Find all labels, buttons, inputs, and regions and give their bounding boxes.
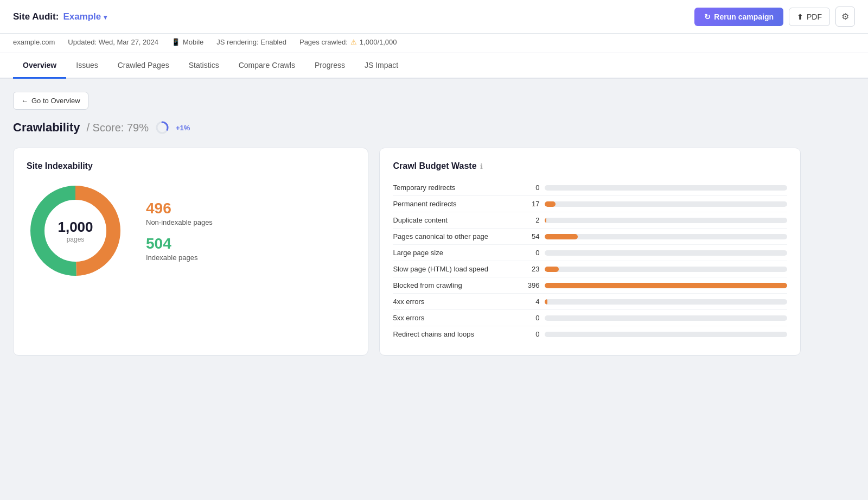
bar-track [545, 201, 787, 207]
bar-fill [545, 283, 787, 288]
site-audit-label: Site Audit: [13, 11, 59, 22]
js-rendering-label: JS rendering: Enabled [216, 38, 286, 46]
page-title: Crawlability [13, 121, 80, 135]
crawl-budget-title: Crawl Budget Waste [393, 161, 476, 171]
crawl-row-count: 0 [518, 330, 539, 338]
score-spinner [155, 121, 169, 135]
cards-row: Site Indexability 1,000 pages [13, 148, 801, 356]
crawl-row-label: Pages canonical to other page [393, 232, 512, 240]
settings-button[interactable]: ⚙ [835, 7, 855, 27]
top-bar: Site Audit: Example ▾ ↻ Rerun campaign ⬆… [0, 0, 868, 34]
pages-crawled: Pages crawled: ⚠ 1,000/1,000 [299, 38, 397, 46]
crawl-budget-rows: Temporary redirects 0 Permanent redirect… [393, 180, 787, 342]
bar-fill [545, 267, 559, 272]
tab-crawled-pages[interactable]: Crawled Pages [108, 53, 179, 79]
gear-icon: ⚙ [841, 12, 849, 21]
tab-overview[interactable]: Overview [13, 53, 66, 79]
crawl-budget-row[interactable]: Blocked from crawling 396 [393, 277, 787, 294]
crawl-budget-row[interactable]: Permanent redirects 17 [393, 196, 787, 212]
crawl-row-count: 17 [518, 200, 539, 208]
rerun-campaign-button[interactable]: ↻ Rerun campaign [694, 8, 783, 26]
bar-fill [545, 234, 578, 239]
site-indexability-card: Site Indexability 1,000 pages [13, 148, 368, 356]
page-title-section: Crawlability / Score: 79% +1% [13, 121, 801, 135]
updated-label: Updated: Wed, Mar 27, 2024 [68, 38, 158, 46]
bar-track [545, 332, 787, 337]
bar-track [545, 234, 787, 239]
crawl-budget-row[interactable]: Large page size 0 [393, 245, 787, 261]
score-change: +1% [176, 124, 190, 132]
crawl-row-count: 0 [518, 183, 539, 192]
site-name-dropdown[interactable]: Example ▾ [63, 11, 107, 22]
chevron-down-icon: ▾ [104, 14, 107, 21]
score-label: / Score: 79% [86, 122, 149, 134]
crawl-budget-row[interactable]: Temporary redirects 0 [393, 180, 787, 196]
donut-center: 1,000 pages [58, 219, 93, 243]
main-content: ← Go to Overview Crawlability / Score: 7… [0, 79, 814, 369]
top-bar-right: ↻ Rerun campaign ⬆ PDF ⚙ [694, 7, 855, 27]
crawl-budget-card: Crawl Budget Waste ℹ Temporary redirects… [379, 148, 801, 356]
crawl-row-count: 23 [518, 265, 539, 273]
indexability-title: Site Indexability [27, 161, 355, 171]
bar-track [545, 250, 787, 256]
crawl-row-count: 396 [518, 281, 539, 289]
crawl-budget-row[interactable]: 5xx errors 0 [393, 310, 787, 326]
bar-fill [545, 201, 555, 207]
mobile-icon: 📱 [171, 38, 180, 46]
crawl-row-count: 0 [518, 314, 539, 322]
indexable-label: Indexable pages [146, 254, 213, 262]
domain-label: example.com [13, 38, 55, 46]
warning-icon: ⚠ [350, 38, 357, 46]
crawl-budget-row[interactable]: Pages canonical to other page 54 [393, 229, 787, 245]
tab-issues[interactable]: Issues [66, 53, 107, 79]
tab-progress[interactable]: Progress [305, 53, 355, 79]
nav-tabs: Overview Issues Crawled Pages Statistics… [0, 53, 868, 79]
go-to-overview-button[interactable]: ← Go to Overview [13, 92, 88, 110]
tab-statistics[interactable]: Statistics [179, 53, 229, 79]
crawl-row-label: Large page size [393, 249, 512, 257]
crawl-row-label: Permanent redirects [393, 200, 512, 208]
bar-fill [545, 299, 547, 305]
bar-track [545, 315, 787, 321]
crawl-row-count: 54 [518, 232, 539, 240]
crawl-budget-row[interactable]: 4xx errors 4 [393, 294, 787, 310]
crawl-budget-header: Crawl Budget Waste ℹ [393, 161, 787, 171]
top-bar-left: Site Audit: Example ▾ [13, 11, 107, 22]
crawl-row-count: 0 [518, 249, 539, 257]
upload-icon: ⬆ [797, 12, 803, 21]
info-icon[interactable]: ℹ [480, 162, 483, 170]
refresh-icon: ↻ [704, 12, 711, 21]
total-pages-label: pages [58, 236, 93, 243]
crawl-row-count: 4 [518, 298, 539, 306]
crawl-budget-row[interactable]: Redirect chains and loops 0 [393, 326, 787, 342]
arrow-left-icon: ← [21, 97, 28, 105]
indexability-content: 1,000 pages 496 Non-indexable pages 504 … [27, 182, 355, 280]
bar-track [545, 185, 787, 191]
pdf-button[interactable]: ⬆ PDF [789, 8, 830, 26]
crawl-row-label: Redirect chains and loops [393, 330, 512, 338]
bar-track [545, 283, 787, 288]
crawl-row-label: Blocked from crawling [393, 281, 512, 289]
crawl-row-label: Slow page (HTML) load speed [393, 265, 512, 273]
indexable-count: 504 [146, 235, 213, 252]
non-indexable-count: 496 [146, 200, 213, 217]
bar-track [545, 218, 787, 223]
index-stats: 496 Non-indexable pages 504 Indexable pa… [146, 200, 213, 262]
device-label: 📱 Mobile [171, 38, 203, 46]
indexable-stat: 504 Indexable pages [146, 235, 213, 262]
non-indexable-stat: 496 Non-indexable pages [146, 200, 213, 226]
bar-fill [545, 218, 546, 223]
non-indexable-label: Non-indexable pages [146, 218, 213, 226]
crawl-row-label: Temporary redirects [393, 183, 512, 192]
tab-compare-crawls[interactable]: Compare Crawls [229, 53, 305, 79]
crawl-row-label: 5xx errors [393, 314, 512, 322]
bar-track [545, 267, 787, 272]
crawl-budget-row[interactable]: Slow page (HTML) load speed 23 [393, 261, 787, 277]
donut-chart: 1,000 pages [27, 182, 124, 280]
crawl-row-label: Duplicate content [393, 216, 512, 224]
total-pages-number: 1,000 [58, 219, 93, 236]
tab-js-impact[interactable]: JS Impact [355, 53, 408, 79]
crawl-budget-row[interactable]: Duplicate content 2 [393, 212, 787, 229]
meta-bar: example.com Updated: Wed, Mar 27, 2024 📱… [0, 34, 868, 53]
crawl-row-label: 4xx errors [393, 298, 512, 306]
